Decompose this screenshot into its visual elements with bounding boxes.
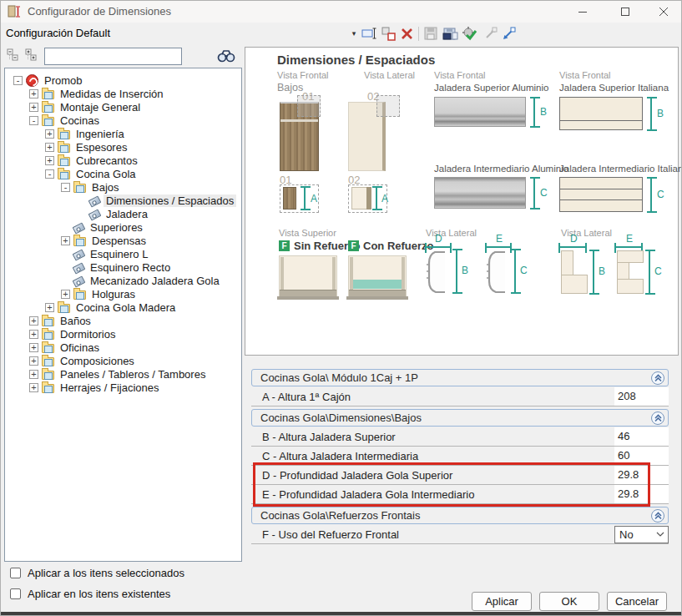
section-collapse-icon[interactable]	[651, 412, 664, 425]
export-config-icon[interactable]	[482, 25, 499, 43]
expand-box-icon[interactable]: +	[45, 303, 54, 312]
collapse-box-icon[interactable]: -	[45, 169, 54, 179]
expand-all-icon[interactable]	[24, 48, 39, 63]
collapse-box-icon[interactable]: -	[61, 183, 70, 192]
dropdown-value: No	[619, 528, 656, 541]
tree-item-ingenier-a[interactable]: +Ingeniería	[5, 127, 241, 140]
gola-profile-superior-image	[426, 250, 447, 298]
dim-d-label: D	[435, 233, 442, 245]
tag-icon	[88, 195, 102, 207]
bajos-label: Bajos	[277, 82, 303, 93]
param-dropdown[interactable]: No	[614, 526, 669, 543]
param-value-input[interactable]: 60	[614, 447, 669, 465]
tree-item-cubrecantos[interactable]: +Cubrecantos	[5, 154, 241, 167]
tree-item-holguras[interactable]: +Holguras	[5, 287, 241, 300]
collapse-box-icon[interactable]: -	[13, 76, 23, 85]
promob-icon	[26, 74, 38, 87]
expand-box-icon[interactable]: +	[29, 316, 38, 326]
section-collapse-icon[interactable]	[651, 371, 664, 385]
checkbox-aplicar-en-los-itens-existentes[interactable]: Aplicar en los itens existentes	[10, 586, 170, 601]
expand-box-icon[interactable]: +	[45, 143, 54, 152]
param-label: D - Profundidad Jaladera Gola Superior	[262, 469, 614, 482]
close-button[interactable]	[644, 1, 682, 23]
import-config-icon[interactable]	[500, 25, 518, 43]
tree-item-superiores[interactable]: Superiores	[5, 220, 241, 234]
configuration-dropdown-icon[interactable]: ▾	[349, 28, 359, 38]
tree-item-promob[interactable]: -Promob	[5, 73, 241, 87]
tree-item-medidas-de-inserci-n[interactable]: +Medidas de Inserción	[5, 87, 241, 100]
tree-item-composiciones[interactable]: +Composiciones	[5, 354, 241, 367]
save-config-icon[interactable]	[422, 25, 440, 43]
tree-item-oficinas[interactable]: +Oficinas	[5, 341, 241, 354]
tree-item-bajos[interactable]: -Bajos	[5, 180, 241, 194]
save-config-file-icon[interactable]	[442, 25, 459, 43]
param-value-input[interactable]: 29.8	[614, 466, 669, 484]
tree-item-label: Montaje General	[58, 101, 143, 114]
checkbox-label: Aplicar en los itens existentes	[28, 588, 170, 600]
tree-item-cocina-gola-madera[interactable]: +Cocina Gola Madera	[5, 300, 241, 314]
tree-item-esquinero-recto[interactable]: Esquinero Recto	[5, 260, 241, 274]
tree-item-mecanizado-jaladera-gola[interactable]: Mecanizado Jaladera Gola	[5, 274, 241, 287]
minimize-button[interactable]	[563, 1, 602, 23]
tree-item-espesores[interactable]: +Espesores	[5, 140, 241, 154]
expand-box-icon[interactable]: +	[61, 236, 70, 245]
tree-item-label: Jaladera	[104, 208, 150, 220]
param-value-input[interactable]: 29.8	[614, 485, 669, 503]
tree-item-label: Bajos	[89, 181, 122, 194]
copy-config-icon[interactable]	[380, 25, 397, 43]
top-view-con-refuerzo	[348, 255, 407, 297]
ok-button[interactable]: OK	[539, 592, 599, 611]
section-header: Cocinas Gola\Dimensiones\Bajos	[251, 409, 669, 427]
tree-item-esquinero-l[interactable]: Esquinero L	[5, 247, 241, 260]
tree-item-dimensiones-espaciados[interactable]: Dimensiones / Espaciados	[5, 194, 241, 207]
dim-b-label: B	[540, 106, 547, 118]
maximize-button[interactable]	[606, 1, 644, 23]
rename-config-icon[interactable]	[361, 25, 378, 43]
collapse-box-icon[interactable]: -	[29, 116, 38, 125]
expand-box-icon[interactable]: +	[29, 356, 38, 366]
expand-box-icon[interactable]: +	[45, 156, 54, 165]
expand-box-icon[interactable]: +	[45, 129, 54, 139]
section-collapse-icon[interactable]	[651, 509, 664, 523]
tree-item-label: Superiores	[88, 221, 145, 234]
param-value-input[interactable]: 208	[614, 387, 669, 406]
delete-config-icon[interactable]	[398, 25, 416, 43]
jaladera-superior-aluminio-image	[434, 97, 526, 127]
tree-item-ba-os[interactable]: +Baños	[5, 314, 241, 327]
tree-item-dormitorios[interactable]: +Dormitorios	[5, 327, 241, 341]
expand-box-icon[interactable]: +	[29, 370, 38, 379]
apply-config-icon[interactable]	[461, 25, 478, 43]
tag-icon	[73, 275, 86, 287]
tree-item-cocina-gola[interactable]: -Cocina Gola	[5, 167, 241, 180]
folder-icon	[42, 331, 54, 340]
checkbox-box[interactable]	[10, 568, 21, 578]
dim-c-label: C	[540, 187, 548, 199]
expand-box-icon[interactable]: +	[29, 343, 38, 352]
tree-item-montaje-general[interactable]: +Montaje General	[5, 100, 241, 114]
tree-item-herrajes-fijaciones[interactable]: +Herrajes / Fijaciones	[5, 381, 241, 394]
expand-box-icon[interactable]: +	[29, 89, 38, 98]
expand-box-icon[interactable]: +	[29, 103, 38, 112]
tree-item-despensas[interactable]: +Despensas	[5, 234, 241, 247]
search-input[interactable]	[44, 48, 182, 65]
tree-item-jaladera[interactable]: Jaladera	[5, 207, 241, 220]
cancel-button[interactable]: Cancelar	[607, 592, 667, 611]
dim-c-label-2: C	[657, 189, 664, 200]
param-value-input[interactable]: 46	[614, 427, 669, 446]
checkbox-box[interactable]	[10, 588, 21, 599]
tree-item-paneles-tableros-tambores[interactable]: +Paneles / Tableros / Tambores	[5, 367, 241, 381]
dim-a-label-2: A	[381, 193, 388, 204]
dim-b-label-3: B	[462, 265, 468, 276]
tree-item-cocinas[interactable]: -Cocinas	[5, 114, 241, 127]
section-header-label: Cocinas Gola\Refuerzos Frontais	[260, 509, 651, 522]
checkbox-aplicar-a-los-itens-seleccionados[interactable]: Aplicar a los itens seleccionados	[10, 565, 184, 580]
expand-box-icon[interactable]: +	[61, 290, 70, 299]
expand-box-icon[interactable]: +	[29, 383, 38, 392]
collapse-all-icon[interactable]	[6, 48, 21, 63]
apply-button[interactable]: Aplicar	[472, 592, 532, 611]
search-binoculars-icon[interactable]	[216, 48, 236, 63]
dim-a-bracket	[304, 187, 306, 210]
expand-box-icon[interactable]: +	[29, 330, 38, 339]
folder-icon	[42, 371, 54, 380]
window-title: Configurador de Dimensiones	[28, 1, 171, 23]
